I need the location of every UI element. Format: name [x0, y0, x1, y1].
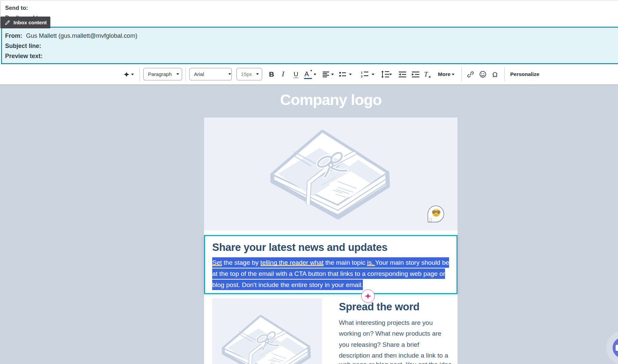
svg-text:1: 1	[361, 71, 363, 74]
svg-text:2: 2	[361, 75, 363, 78]
